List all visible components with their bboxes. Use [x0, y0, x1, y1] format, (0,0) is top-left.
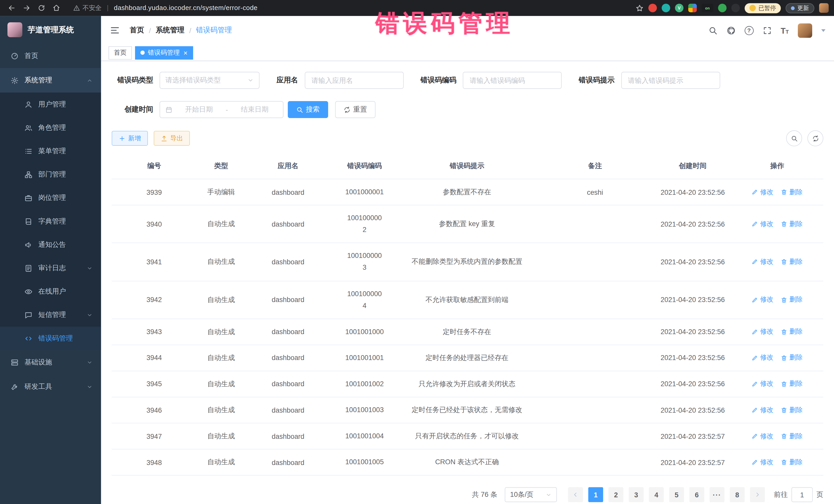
cell-app: dashboard: [246, 345, 331, 371]
delete-link[interactable]: 删除: [781, 327, 803, 336]
red-extension-icon[interactable]: [649, 4, 657, 12]
page-button-2[interactable]: 2: [609, 487, 623, 502]
cell-code: 1001001001: [331, 345, 398, 371]
fullscreen-icon[interactable]: [763, 26, 772, 35]
page-button-3[interactable]: 3: [629, 487, 643, 502]
more-pages-button[interactable]: ···: [709, 487, 724, 502]
sidebar-item-roles[interactable]: 角色管理: [0, 116, 101, 139]
sidebar-item-sms[interactable]: 短信管理: [0, 303, 101, 326]
sidebar-item-notices[interactable]: 通知公告: [0, 233, 101, 256]
page-button-1[interactable]: 1: [588, 487, 603, 502]
sidebar-item-infrastructure[interactable]: 基础设施: [0, 350, 101, 374]
browser-back-button[interactable]: [5, 2, 18, 14]
paused-badge[interactable]: 已暂停: [745, 3, 781, 13]
user-avatar[interactable]: [798, 23, 812, 38]
delete-link[interactable]: 删除: [781, 406, 803, 415]
sidebar-item-departments[interactable]: 部门管理: [0, 163, 101, 186]
toggle-search-button[interactable]: [786, 130, 802, 146]
sidebar-item-dev-tools[interactable]: 研发工具: [0, 374, 101, 399]
create-time-label: 创建时间: [112, 105, 153, 114]
goto-page-input[interactable]: [791, 487, 813, 502]
github-icon[interactable]: [726, 26, 736, 35]
prev-page-button[interactable]: [568, 487, 583, 502]
tab-home[interactable]: 首页: [109, 46, 132, 59]
edit-link[interactable]: 修改: [752, 188, 773, 197]
document-icon: [24, 264, 32, 272]
edit-link[interactable]: 修改: [752, 379, 773, 389]
breadcrumb-system[interactable]: 系统管理: [156, 25, 184, 35]
caret-down-icon[interactable]: [821, 29, 826, 34]
delete-link[interactable]: 删除: [781, 379, 803, 389]
table-row: 3940 自动生成 dashboard 100100000 2 参数配置 key…: [112, 205, 823, 243]
page-button-6[interactable]: 6: [689, 487, 704, 502]
page-size-select[interactable]: 10条/页: [505, 487, 557, 502]
sidebar-logo[interactable]: 芋道管理系统: [0, 16, 101, 44]
sidebar-item-home[interactable]: 首页: [0, 44, 101, 68]
reset-button[interactable]: 重置: [335, 101, 376, 118]
error-code-input[interactable]: [463, 72, 562, 89]
error-hint-input[interactable]: [621, 72, 720, 89]
close-icon[interactable]: [183, 49, 188, 56]
refresh-table-button[interactable]: [807, 130, 823, 146]
delete-link[interactable]: 删除: [781, 353, 803, 363]
page-button-4[interactable]: 4: [649, 487, 664, 502]
edit-link[interactable]: 修改: [752, 432, 773, 441]
security-indicator[interactable]: 不安全: [73, 3, 102, 12]
bookmark-star-icon[interactable]: [636, 4, 643, 12]
address-bar[interactable]: dashboard.yudao.iocoder.cn/system/error-…: [114, 4, 258, 12]
delete-link[interactable]: 删除: [781, 458, 803, 467]
sidebar-item-menus[interactable]: 菜单管理: [0, 139, 101, 163]
search-icon[interactable]: [708, 26, 717, 35]
app-name-input[interactable]: [305, 72, 404, 89]
date-range-picker[interactable]: 开始日期 - 结束日期: [160, 101, 284, 118]
cell-time: 2021-04-20 23:52:56: [654, 397, 731, 423]
page-button-8[interactable]: 8: [730, 487, 745, 502]
delete-link[interactable]: 删除: [781, 220, 803, 229]
add-button[interactable]: 新增: [112, 131, 148, 146]
edit-link[interactable]: 修改: [752, 220, 773, 229]
sidebar-item-users[interactable]: 用户管理: [0, 93, 101, 116]
next-page-button[interactable]: [750, 487, 765, 502]
update-button[interactable]: 更新: [786, 3, 814, 13]
cell-app: dashboard: [246, 371, 331, 397]
search-button[interactable]: 搜索: [288, 101, 328, 118]
delete-link[interactable]: 删除: [781, 295, 803, 304]
edit-link[interactable]: 修改: [752, 458, 773, 467]
edit-link[interactable]: 修改: [752, 327, 773, 336]
browser-profile-avatar[interactable]: [819, 3, 829, 13]
green-extension-icon[interactable]: [718, 4, 726, 12]
cell-id: 3945: [112, 371, 197, 397]
teal-extension-icon[interactable]: [662, 4, 670, 12]
edit-link[interactable]: 修改: [752, 257, 773, 266]
font-size-icon[interactable]: TT: [781, 26, 789, 35]
edit-link[interactable]: 修改: [752, 353, 773, 363]
browser-forward-button[interactable]: [20, 2, 33, 14]
sidebar-item-online-users[interactable]: 在线用户: [0, 280, 101, 303]
error-type-select[interactable]: 请选择错误码类型: [160, 72, 260, 89]
google-apps-extension-icon[interactable]: [688, 4, 697, 12]
sidebar-item-system[interactable]: 系统管理: [0, 68, 101, 92]
delete-link[interactable]: 删除: [781, 432, 803, 441]
cell-time: 2021-04-20 23:52:56: [654, 205, 731, 242]
sidebar-item-audit-log[interactable]: 审计日志: [0, 256, 101, 280]
delete-link[interactable]: 删除: [781, 257, 803, 266]
sidebar-item-positions[interactable]: 岗位管理: [0, 186, 101, 210]
page-button-5[interactable]: 5: [669, 487, 684, 502]
help-icon[interactable]: [744, 26, 753, 35]
edit-link[interactable]: 修改: [752, 406, 773, 415]
switch-on-extension-icon[interactable]: on: [702, 4, 714, 12]
vue-devtools-extension-icon[interactable]: V: [675, 4, 683, 12]
cell-id: 3939: [112, 179, 197, 205]
hamburger-icon[interactable]: [110, 25, 120, 36]
tab-error-codes[interactable]: 错误码管理: [135, 46, 193, 59]
browser-reload-button[interactable]: [35, 2, 48, 14]
sidebar-item-error-codes[interactable]: 错误码管理: [0, 327, 101, 350]
sidebar-item-dictionary[interactable]: 字典管理: [0, 210, 101, 233]
browser-home-button[interactable]: [50, 2, 63, 14]
dark-extension-icon[interactable]: [731, 4, 740, 12]
export-button[interactable]: 导出: [154, 131, 190, 146]
breadcrumb-home[interactable]: 首页: [130, 25, 144, 35]
delete-link[interactable]: 删除: [781, 188, 803, 197]
trash-icon: [781, 433, 787, 440]
edit-link[interactable]: 修改: [752, 295, 773, 304]
